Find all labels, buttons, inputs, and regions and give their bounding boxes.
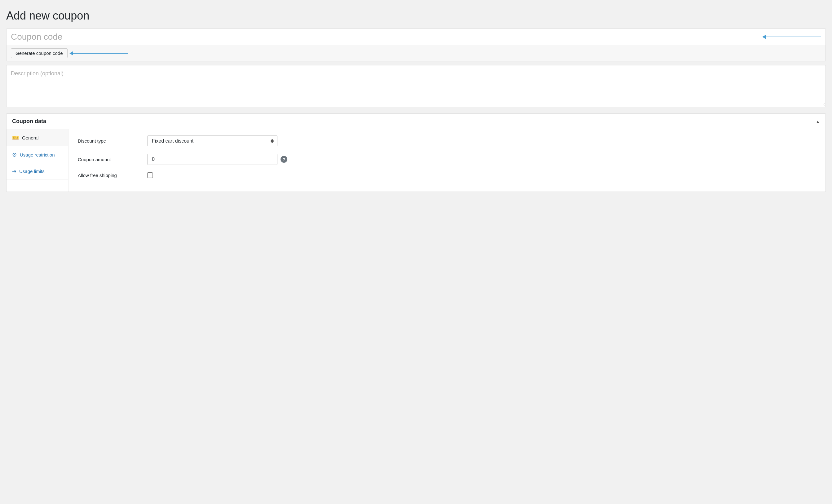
coupon-code-section: Generate coupon code	[6, 28, 826, 61]
discount-type-row: Discount type Percentage discount Fixed …	[78, 135, 816, 146]
tab-usage-limits-label: Usage limits	[19, 169, 45, 174]
tab-usage-restriction-label: Usage restriction	[20, 152, 55, 157]
collapse-arrow-icon[interactable]: ▲	[815, 119, 820, 124]
coupon-tabs: 🎫 General ⊘ Usage restriction ⇥ Usage li…	[6, 129, 69, 191]
coupon-amount-input[interactable]	[147, 154, 278, 165]
discount-type-select[interactable]: Percentage discount Fixed cart discount …	[147, 135, 278, 146]
coupon-amount-control: ?	[147, 154, 816, 165]
tab-general[interactable]: 🎫 General	[6, 129, 68, 146]
discount-type-select-wrapper: Percentage discount Fixed cart discount …	[147, 135, 278, 146]
tab-usage-limits[interactable]: ⇥ Usage limits	[6, 163, 68, 180]
description-textarea[interactable]	[6, 65, 826, 106]
coupon-code-input[interactable]	[11, 32, 759, 42]
limits-icon: ⇥	[12, 168, 16, 174]
generate-btn-arrow-indicator	[73, 53, 128, 54]
coupon-data-body: 🎫 General ⊘ Usage restriction ⇥ Usage li…	[6, 129, 826, 191]
generate-btn-row: Generate coupon code	[6, 45, 826, 61]
coupon-amount-row: Coupon amount ?	[78, 154, 816, 165]
coupon-code-arrow-line	[765, 36, 821, 37]
ticket-icon: 🎫	[12, 134, 19, 141]
tab-usage-restriction[interactable]: ⊘ Usage restriction	[6, 146, 68, 163]
generate-coupon-code-button[interactable]: Generate coupon code	[11, 48, 68, 58]
coupon-amount-help-icon[interactable]: ?	[281, 156, 287, 163]
page-title: Add new coupon	[6, 9, 826, 22]
allow-free-shipping-checkbox[interactable]	[147, 173, 153, 178]
coupon-fields: Discount type Percentage discount Fixed …	[69, 129, 826, 191]
allow-free-shipping-label: Allow free shipping	[78, 173, 140, 178]
coupon-code-input-row	[6, 29, 826, 45]
coupon-code-arrow-indicator	[765, 36, 821, 37]
allow-free-shipping-control	[147, 173, 816, 178]
coupon-data-header: Coupon data ▲	[6, 114, 826, 129]
generate-btn-arrow-line	[73, 53, 128, 54]
tab-general-label: General	[22, 135, 38, 140]
coupon-data-panel: Coupon data ▲ 🎫 General ⊘ Usage restrict…	[6, 113, 826, 192]
discount-type-control: Percentage discount Fixed cart discount …	[147, 135, 816, 146]
description-section	[6, 65, 826, 107]
discount-type-label: Discount type	[78, 138, 140, 143]
allow-free-shipping-row: Allow free shipping	[78, 173, 816, 178]
ban-icon: ⊘	[12, 151, 17, 158]
coupon-data-title: Coupon data	[12, 118, 46, 125]
coupon-amount-label: Coupon amount	[78, 157, 140, 162]
